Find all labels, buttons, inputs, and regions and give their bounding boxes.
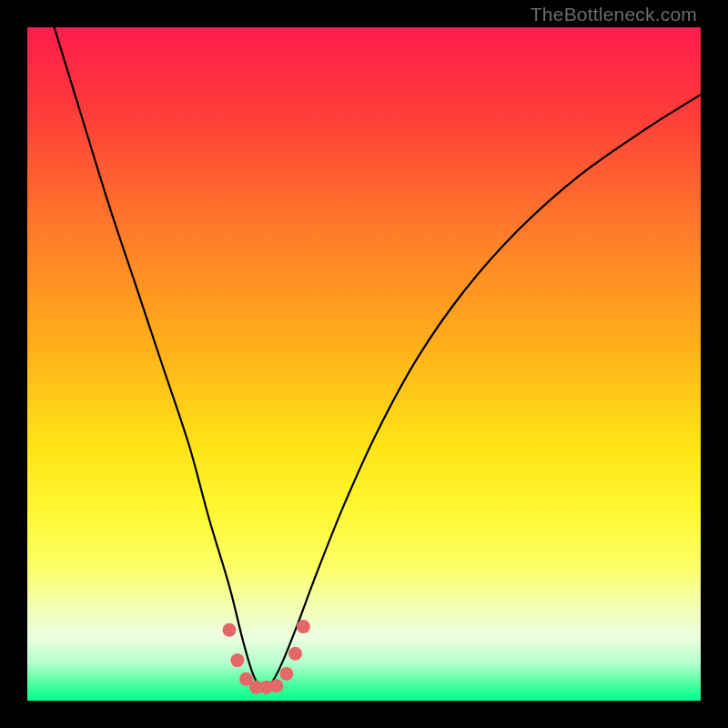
valley-marker bbox=[230, 653, 244, 667]
bottleneck-curve bbox=[55, 27, 701, 691]
frame-border-left bbox=[0, 0, 27, 728]
frame-border-right bbox=[701, 0, 728, 728]
watermark-text: TheBottleneck.com bbox=[531, 4, 697, 25]
valley-marker bbox=[223, 623, 237, 637]
curve-layer bbox=[27, 27, 701, 701]
valley-marker bbox=[279, 667, 293, 681]
plot-area bbox=[27, 27, 701, 701]
valley-markers bbox=[223, 620, 310, 694]
frame-border-bottom bbox=[0, 701, 728, 728]
valley-marker bbox=[288, 647, 302, 661]
valley-marker bbox=[269, 679, 283, 693]
valley-marker bbox=[297, 620, 310, 633]
